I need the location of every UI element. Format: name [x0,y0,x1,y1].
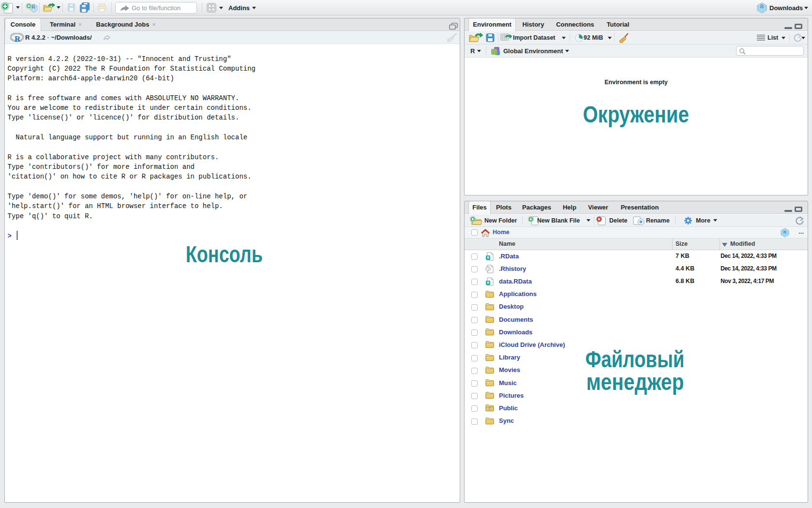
svg-text:R: R [487,282,489,285]
svg-text:R: R [760,4,764,9]
svg-text:R: R [487,256,489,259]
svg-text:R: R [15,34,21,43]
svg-text:R: R [783,230,787,235]
svg-text:R: R [31,4,35,10]
